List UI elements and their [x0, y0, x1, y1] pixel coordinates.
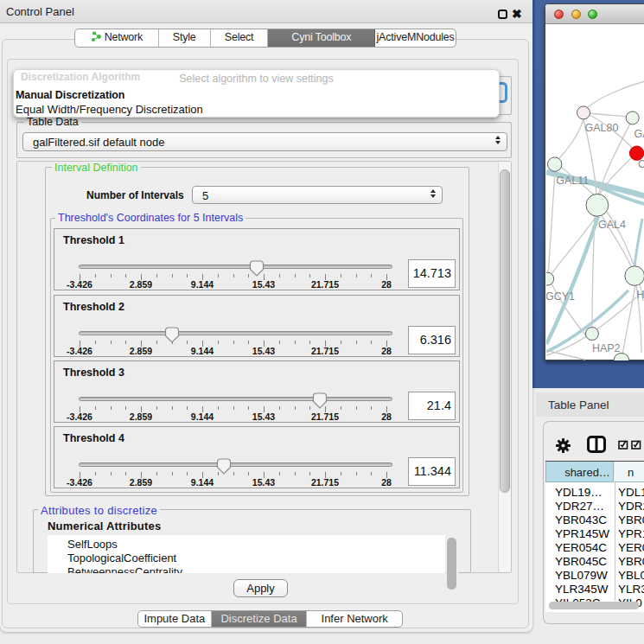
svg-text:GAL11: GAL11: [556, 175, 589, 187]
svg-text:CR: CR: [638, 158, 644, 170]
svg-text:GCY1: GCY1: [546, 290, 575, 303]
svg-text:HA: HA: [637, 289, 644, 301]
svg-text:GAL4: GAL4: [598, 219, 626, 231]
svg-text:GAL80: GAL80: [585, 122, 619, 134]
svg-text:GAL3: GAL3: [634, 128, 644, 140]
svg-text:HAP2: HAP2: [592, 342, 621, 354]
